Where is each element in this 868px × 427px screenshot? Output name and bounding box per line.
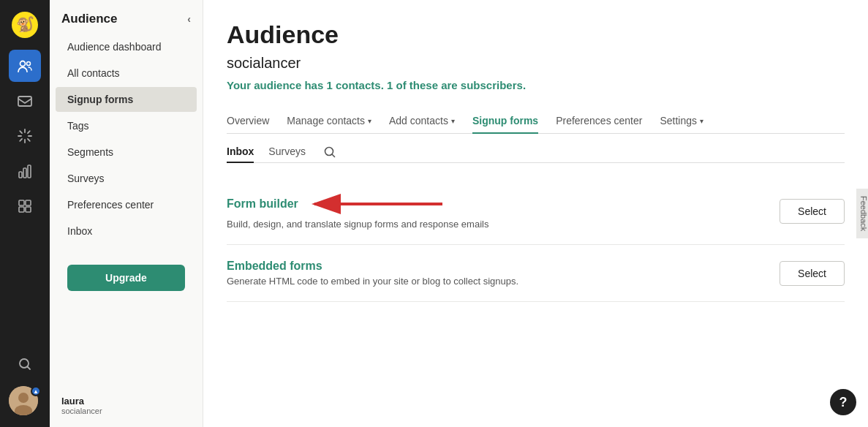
main-tabs: Overview Manage contacts ▾ Add contacts … bbox=[227, 109, 845, 134]
form-builder-title[interactable]: Form builder bbox=[227, 192, 780, 216]
nav-item-surveys[interactable]: Surveys bbox=[56, 166, 197, 191]
mailchimp-logo: 🐒 bbox=[9, 9, 41, 41]
left-nav-title: Audience bbox=[61, 12, 118, 26]
svg-rect-4 bbox=[18, 97, 31, 106]
form-item-embedded-left: Embedded forms Generate HTML code to emb… bbox=[227, 260, 780, 287]
sub-tab-search[interactable] bbox=[320, 141, 339, 162]
form-item-embedded: Embedded forms Generate HTML code to emb… bbox=[227, 245, 845, 302]
svg-rect-10 bbox=[19, 207, 24, 212]
svg-text:🐒: 🐒 bbox=[16, 15, 34, 33]
stats-text-end: of these are subscribers. bbox=[393, 79, 526, 91]
svg-point-14 bbox=[18, 393, 29, 403]
svg-rect-9 bbox=[26, 200, 31, 205]
contacts-count: 1 bbox=[326, 79, 332, 91]
manage-contacts-chevron: ▾ bbox=[368, 117, 371, 125]
nav-item-preferences-center[interactable]: Preferences center bbox=[56, 192, 197, 217]
embedded-forms-title[interactable]: Embedded forms bbox=[227, 260, 780, 273]
upgrade-button[interactable]: Upgrade bbox=[67, 265, 185, 291]
main-inner: Audience socialancer Your audience has 1… bbox=[203, 0, 868, 427]
sub-tab-inbox[interactable]: Inbox bbox=[227, 141, 254, 163]
user-avatar-wrapper[interactable]: ▲ bbox=[9, 386, 41, 418]
add-contacts-chevron: ▾ bbox=[451, 117, 455, 125]
tab-overview[interactable]: Overview bbox=[227, 109, 269, 134]
svg-rect-5 bbox=[19, 172, 22, 178]
form-builder-select-button[interactable]: Select bbox=[780, 199, 845, 224]
tab-settings[interactable]: Settings ▾ bbox=[660, 109, 703, 134]
audience-stats: Your audience has 1 contacts. 1 of these… bbox=[227, 79, 845, 91]
stats-text-before: Your audience has bbox=[227, 79, 326, 91]
sidebar-icon-campaigns[interactable] bbox=[9, 85, 41, 117]
form-item-builder: Form builder Build, design, and translat… bbox=[227, 178, 845, 245]
svg-rect-6 bbox=[23, 168, 26, 178]
embedded-forms-desc: Generate HTML code to embed in your site… bbox=[227, 276, 780, 287]
embedded-forms-select-button[interactable]: Select bbox=[780, 261, 845, 286]
feedback-tab[interactable]: Feedback bbox=[856, 189, 868, 238]
nav-item-segments[interactable]: Segments bbox=[56, 140, 197, 165]
stats-text-mid: contacts. bbox=[333, 79, 387, 91]
audience-name: socialancer bbox=[227, 55, 845, 72]
svg-point-2 bbox=[20, 61, 26, 67]
sub-tabs: Inbox Surveys bbox=[227, 134, 845, 163]
sidebar-icon-reports[interactable] bbox=[9, 155, 41, 187]
left-nav-header: Audience ‹ bbox=[50, 0, 203, 34]
tab-preferences-center[interactable]: Preferences center bbox=[556, 109, 642, 134]
sidebar-icon-automation[interactable] bbox=[9, 120, 41, 152]
left-nav-user-subtitle: socialancer bbox=[61, 407, 191, 415]
nav-item-inbox[interactable]: Inbox bbox=[56, 219, 197, 243]
left-nav: Audience ‹ Audience dashboard All contac… bbox=[50, 0, 203, 427]
main-content: Audience socialancer Your audience has 1… bbox=[203, 0, 868, 427]
sidebar-icon-audience[interactable] bbox=[9, 50, 41, 82]
collapse-nav-button[interactable]: ‹ bbox=[187, 13, 191, 25]
help-button[interactable]: ? bbox=[830, 389, 856, 415]
nav-item-all-contacts[interactable]: All contacts bbox=[56, 61, 197, 86]
form-items-list: Form builder Build, design, and translat… bbox=[227, 178, 845, 302]
tab-signup-forms[interactable]: Signup forms bbox=[472, 109, 538, 134]
tab-manage-contacts[interactable]: Manage contacts ▾ bbox=[287, 109, 371, 134]
nav-item-audience-dashboard[interactable]: Audience dashboard bbox=[56, 34, 197, 59]
svg-rect-11 bbox=[26, 207, 31, 212]
icon-sidebar: 🐒 bbox=[0, 0, 50, 427]
svg-rect-8 bbox=[19, 200, 24, 205]
sub-tab-surveys[interactable]: Surveys bbox=[268, 141, 306, 163]
form-item-builder-left: Form builder Build, design, and translat… bbox=[227, 192, 780, 230]
svg-rect-7 bbox=[28, 165, 31, 178]
page-title: Audience bbox=[227, 20, 845, 49]
settings-chevron: ▾ bbox=[700, 117, 703, 125]
form-builder-desc: Build, design, and translate signup form… bbox=[227, 219, 780, 230]
sidebar-icon-search[interactable] bbox=[9, 348, 41, 380]
tab-add-contacts[interactable]: Add contacts ▾ bbox=[389, 109, 455, 134]
form-builder-arrow bbox=[307, 192, 446, 216]
nav-item-signup-forms[interactable]: Signup forms bbox=[56, 87, 197, 112]
svg-point-3 bbox=[27, 62, 31, 66]
left-nav-user-name: laura bbox=[61, 396, 191, 407]
sidebar-icon-content[interactable] bbox=[9, 190, 41, 222]
nav-item-tags[interactable]: Tags bbox=[56, 113, 197, 138]
avatar-badge: ▲ bbox=[31, 386, 41, 396]
